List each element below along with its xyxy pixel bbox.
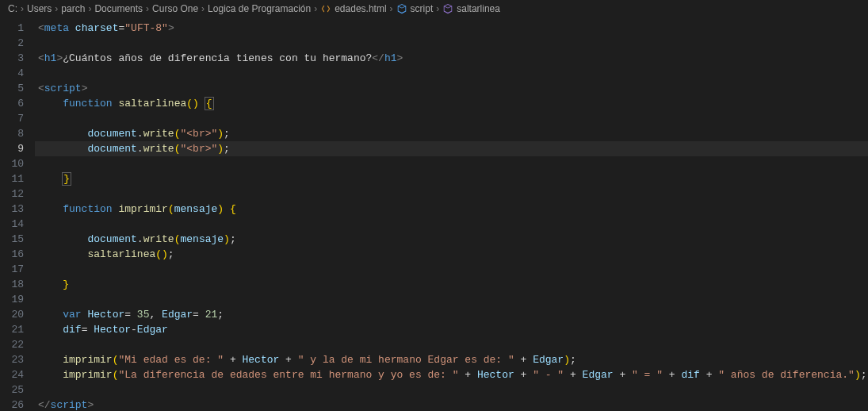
line-number: 24	[0, 367, 24, 382]
chevron-right-icon: ›	[436, 3, 439, 14]
code-line[interactable]: </script>	[35, 398, 868, 411]
code-line[interactable]: document.write("<br>");	[35, 126, 868, 141]
line-number: 14	[0, 217, 24, 232]
line-number: 2	[0, 36, 24, 51]
code-line[interactable]: }	[35, 277, 868, 292]
line-number: 12	[0, 186, 24, 202]
code-line[interactable]	[35, 156, 868, 171]
line-number: 18	[0, 277, 24, 292]
line-number: 1	[0, 21, 24, 36]
symbol-cube-icon	[396, 3, 407, 14]
chevron-right-icon: ›	[314, 3, 317, 14]
chevron-right-icon: ›	[55, 3, 58, 14]
code-line[interactable]: <meta charset="UFT-8">	[35, 21, 868, 36]
code-line[interactable]	[35, 382, 868, 398]
line-number: 7	[0, 111, 24, 126]
line-number-gutter: 1 2 3 4 5 6 7 8 9 10 11 12 13 14 15 16 1…	[0, 17, 35, 411]
code-line[interactable]	[35, 262, 868, 277]
crumb-documents[interactable]: Documents	[94, 3, 143, 14]
line-number: 11	[0, 171, 24, 186]
symbol-cube-icon	[442, 3, 453, 14]
line-number: 3	[0, 51, 24, 66]
line-number: 22	[0, 337, 24, 352]
crumb-users[interactable]: Users	[27, 3, 52, 14]
code-line[interactable]	[35, 66, 868, 81]
line-number: 13	[0, 202, 24, 217]
crumb-parch[interactable]: parch	[61, 3, 85, 14]
line-number: 10	[0, 156, 24, 171]
line-number: 19	[0, 292, 24, 307]
crumb-script[interactable]: script	[411, 3, 434, 14]
line-number: 25	[0, 382, 24, 398]
crumb-logica[interactable]: Logica de Programación	[208, 3, 311, 14]
code-line[interactable]	[35, 217, 868, 232]
crumb-c[interactable]: C:	[8, 3, 17, 14]
editor[interactable]: 1 2 3 4 5 6 7 8 9 10 11 12 13 14 15 16 1…	[0, 17, 868, 411]
line-number: 8	[0, 126, 24, 141]
chevron-right-icon: ›	[146, 3, 149, 14]
code-line[interactable]: imprimir("La diferencia de edades entre …	[35, 367, 868, 382]
line-number: 26	[0, 398, 24, 411]
file-code-icon	[320, 3, 331, 14]
code-line[interactable]: document.write("<br>");	[35, 141, 868, 156]
line-number: 20	[0, 307, 24, 322]
breadcrumb[interactable]: C: › Users › parch › Documents › Curso O…	[0, 0, 868, 17]
code-line[interactable]	[35, 337, 868, 352]
chevron-right-icon: ›	[201, 3, 205, 14]
code-line[interactable]: <script>	[35, 81, 868, 96]
chevron-right-icon: ›	[21, 3, 24, 14]
line-number: 5	[0, 81, 24, 96]
code-line[interactable]: var Hector= 35, Edgar= 21;	[35, 307, 868, 322]
code-line[interactable]: saltarlinea();	[35, 247, 868, 262]
code-area[interactable]: <meta charset="UFT-8"> <h1>¿Cuántos años…	[35, 17, 868, 411]
line-number: 16	[0, 247, 24, 262]
line-number: 9	[0, 141, 24, 156]
crumb-curso-one[interactable]: Curso One	[152, 3, 198, 14]
code-line[interactable]: function saltarlinea() {	[35, 96, 868, 111]
code-line[interactable]: }	[35, 171, 868, 186]
code-line[interactable]	[35, 111, 868, 126]
line-number: 4	[0, 66, 24, 81]
code-line[interactable]	[35, 186, 868, 202]
code-line[interactable]: dif= Hector-Edgar	[35, 322, 868, 337]
code-line[interactable]: document.write(mensaje);	[35, 232, 868, 247]
line-number: 23	[0, 352, 24, 367]
crumb-file[interactable]: edades.html	[335, 3, 386, 14]
line-number: 6	[0, 96, 24, 111]
code-line[interactable]: imprimir("Mi edad es de: " + Hector + " …	[35, 352, 868, 367]
line-number: 15	[0, 232, 24, 247]
code-line[interactable]	[35, 292, 868, 307]
line-number: 17	[0, 262, 24, 277]
code-line[interactable]	[35, 36, 868, 51]
chevron-right-icon: ›	[88, 3, 91, 14]
chevron-right-icon: ›	[390, 3, 393, 14]
code-line[interactable]: function imprimir(mensaje) {	[35, 202, 868, 217]
crumb-function[interactable]: saltarlinea	[457, 3, 500, 14]
code-line[interactable]: <h1>¿Cuántos años de diferencia tienes c…	[35, 51, 868, 66]
line-number: 21	[0, 322, 24, 337]
